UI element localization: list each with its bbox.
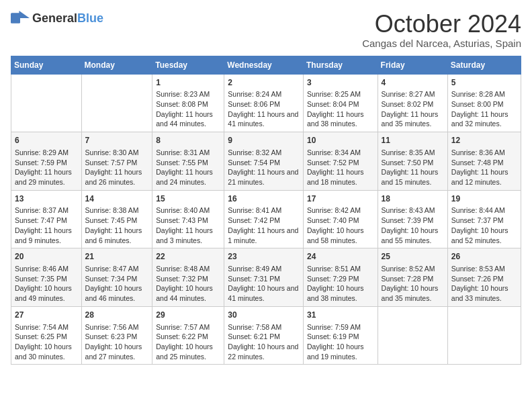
- week-row-1: 1Sunrise: 8:23 AMSunset: 8:08 PMDaylight…: [11, 74, 521, 132]
- day-number: 16: [228, 193, 300, 205]
- day-number: 5: [451, 77, 517, 89]
- daylight-text: Daylight: 11 hours and 29 minutes.: [15, 168, 72, 186]
- month-title: October 2024: [362, 11, 521, 38]
- day-number: 22: [156, 251, 220, 263]
- day-cell: 1Sunrise: 8:23 AMSunset: 8:08 PMDaylight…: [152, 74, 224, 132]
- logo-blue: Blue: [77, 11, 103, 25]
- sunset-text: Sunset: 6:23 PM: [85, 332, 138, 340]
- logo-general: General: [32, 11, 77, 25]
- sunset-text: Sunset: 8:00 PM: [451, 100, 504, 108]
- day-number: 2: [228, 77, 300, 89]
- sunrise-text: Sunrise: 8:28 AM: [451, 90, 505, 98]
- sunrise-text: Sunrise: 8:37 AM: [15, 206, 69, 214]
- sunset-text: Sunset: 7:59 PM: [15, 158, 67, 167]
- sunset-text: Sunset: 7:45 PM: [85, 216, 138, 224]
- daylight-text: Daylight: 10 hours and 35 minutes.: [382, 284, 439, 302]
- sunset-text: Sunset: 7:52 PM: [307, 158, 359, 167]
- day-header-monday: Monday: [81, 56, 152, 74]
- sunset-text: Sunset: 7:55 PM: [156, 158, 208, 167]
- day-number: 3: [307, 77, 374, 89]
- day-cell: 28Sunrise: 7:56 AMSunset: 6:23 PMDayligh…: [81, 306, 152, 365]
- sunset-text: Sunset: 7:31 PM: [228, 275, 280, 283]
- day-number: 18: [382, 193, 444, 205]
- sunset-text: Sunset: 7:50 PM: [382, 158, 434, 167]
- sunrise-text: Sunrise: 7:56 AM: [85, 323, 139, 331]
- daylight-text: Daylight: 11 hours and 44 minutes.: [156, 110, 213, 128]
- logo-icon: [11, 11, 30, 26]
- daylight-text: Daylight: 11 hours and 32 minutes.: [451, 110, 508, 128]
- sunrise-text: Sunrise: 8:31 AM: [156, 148, 210, 156]
- sunrise-text: Sunrise: 7:59 AM: [307, 323, 361, 331]
- daylight-text: Daylight: 10 hours and 55 minutes.: [382, 226, 439, 244]
- sunrise-text: Sunrise: 8:52 AM: [382, 265, 435, 273]
- day-number: 9: [228, 135, 300, 146]
- daylight-text: Daylight: 11 hours and 26 minutes.: [85, 168, 142, 186]
- day-number: 7: [85, 135, 149, 146]
- sunrise-text: Sunrise: 8:23 AM: [156, 90, 210, 98]
- day-number: 24: [307, 251, 374, 263]
- daylight-text: Daylight: 11 hours and 9 minutes.: [15, 226, 72, 244]
- page-header: GeneralBlue October 2024 Cangas del Narc…: [11, 11, 521, 49]
- sunset-text: Sunset: 7:48 PM: [451, 158, 504, 167]
- daylight-text: Daylight: 10 hours and 22 minutes.: [228, 342, 298, 361]
- day-header-friday: Friday: [378, 56, 447, 74]
- daylight-text: Daylight: 10 hours and 19 minutes.: [307, 342, 364, 361]
- sunset-text: Sunset: 8:06 PM: [228, 100, 280, 108]
- sunrise-text: Sunrise: 8:29 AM: [15, 148, 69, 156]
- day-cell: 7Sunrise: 8:30 AMSunset: 7:57 PMDaylight…: [81, 132, 152, 191]
- sunrise-text: Sunrise: 8:24 AM: [228, 90, 281, 98]
- daylight-text: Daylight: 10 hours and 58 minutes.: [307, 226, 364, 244]
- daylight-text: Daylight: 10 hours and 46 minutes.: [85, 284, 142, 302]
- daylight-text: Daylight: 10 hours and 27 minutes.: [85, 342, 142, 361]
- days-header-row: SundayMondayTuesdayWednesdayThursdayFrid…: [11, 56, 521, 74]
- day-number: 31: [307, 310, 374, 321]
- day-number: 19: [451, 193, 517, 205]
- sunset-text: Sunset: 7:40 PM: [307, 216, 359, 224]
- sunset-text: Sunset: 7:26 PM: [451, 275, 504, 283]
- day-cell: 11Sunrise: 8:35 AMSunset: 7:50 PMDayligh…: [378, 132, 447, 191]
- day-cell: 22Sunrise: 8:48 AMSunset: 7:32 PMDayligh…: [152, 248, 224, 307]
- daylight-text: Daylight: 10 hours and 49 minutes.: [15, 284, 72, 302]
- day-cell: 6Sunrise: 8:29 AMSunset: 7:59 PMDaylight…: [11, 132, 82, 191]
- sunrise-text: Sunrise: 8:43 AM: [382, 206, 435, 214]
- sunrise-text: Sunrise: 8:41 AM: [228, 206, 281, 214]
- day-number: 27: [15, 310, 78, 321]
- day-number: 21: [85, 251, 149, 263]
- day-cell: 14Sunrise: 8:38 AMSunset: 7:45 PMDayligh…: [81, 190, 152, 248]
- sunrise-text: Sunrise: 8:44 AM: [451, 206, 505, 214]
- day-cell: [81, 74, 152, 132]
- daylight-text: Daylight: 10 hours and 25 minutes.: [156, 342, 213, 361]
- sunset-text: Sunset: 7:37 PM: [451, 216, 504, 224]
- day-number: 12: [451, 135, 517, 146]
- sunrise-text: Sunrise: 8:27 AM: [382, 90, 435, 98]
- sunrise-text: Sunrise: 7:58 AM: [228, 323, 281, 331]
- calendar-table: SundayMondayTuesdayWednesdayThursdayFrid…: [11, 56, 521, 365]
- sunrise-text: Sunrise: 8:51 AM: [307, 265, 361, 273]
- day-number: 17: [307, 193, 374, 205]
- daylight-text: Daylight: 11 hours and 12 minutes.: [451, 168, 508, 186]
- day-cell: 26Sunrise: 8:53 AMSunset: 7:26 PMDayligh…: [447, 248, 521, 307]
- day-number: 13: [15, 193, 78, 205]
- week-row-5: 27Sunrise: 7:54 AMSunset: 6:25 PMDayligh…: [11, 306, 521, 365]
- sunrise-text: Sunrise: 8:30 AM: [85, 148, 139, 156]
- daylight-text: Daylight: 11 hours and 18 minutes.: [307, 168, 364, 186]
- day-header-thursday: Thursday: [303, 56, 378, 74]
- sunrise-text: Sunrise: 8:47 AM: [85, 265, 139, 273]
- day-cell: 12Sunrise: 8:36 AMSunset: 7:48 PMDayligh…: [447, 132, 521, 191]
- day-number: 8: [156, 135, 220, 146]
- sunrise-text: Sunrise: 8:32 AM: [228, 148, 281, 156]
- sunrise-text: Sunrise: 8:35 AM: [382, 148, 435, 156]
- sunrise-text: Sunrise: 8:42 AM: [307, 206, 361, 214]
- daylight-text: Daylight: 11 hours and 41 minutes.: [228, 110, 298, 128]
- day-cell: 2Sunrise: 8:24 AMSunset: 8:06 PMDaylight…: [224, 74, 304, 132]
- sunset-text: Sunset: 6:21 PM: [228, 332, 280, 340]
- sunset-text: Sunset: 8:08 PM: [156, 100, 208, 108]
- day-cell: 29Sunrise: 7:57 AMSunset: 6:22 PMDayligh…: [152, 306, 224, 365]
- daylight-text: Daylight: 11 hours and 1 minute.: [228, 226, 298, 244]
- daylight-text: Daylight: 11 hours and 3 minutes.: [156, 226, 213, 244]
- location-title: Cangas del Narcea, Asturias, Spain: [362, 38, 521, 49]
- sunset-text: Sunset: 7:32 PM: [156, 275, 208, 283]
- sunrise-text: Sunrise: 8:48 AM: [156, 265, 210, 273]
- sunset-text: Sunset: 7:57 PM: [85, 158, 138, 167]
- logo: GeneralBlue: [11, 11, 103, 26]
